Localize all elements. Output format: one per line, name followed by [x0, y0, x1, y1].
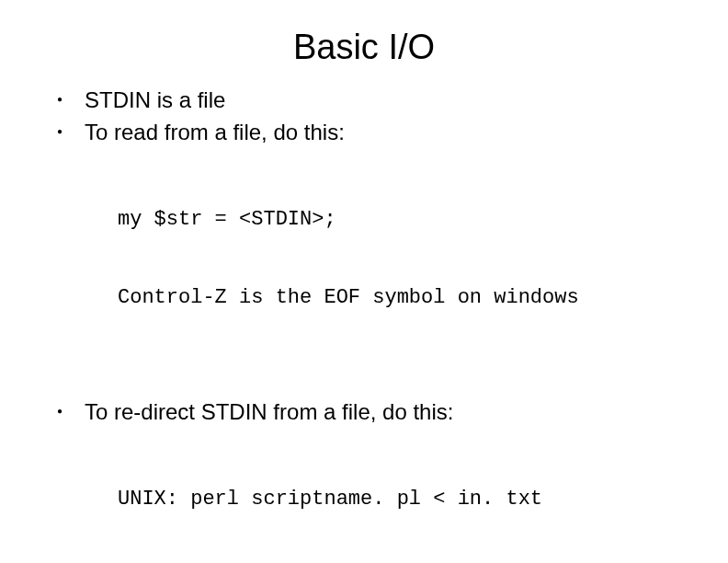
- bullet-item: To read from a file, do this:: [85, 118, 691, 146]
- code-line: Control-Z is the EOF symbol on windows: [118, 285, 691, 312]
- code-line: my $str = <STDIN>;: [118, 207, 691, 234]
- bullet-list: STDIN is a file To read from a file, do …: [37, 86, 691, 146]
- bullet-item: STDIN is a file: [85, 86, 691, 114]
- code-block: UNIX: perl scriptname. pl < in. txt Win:…: [118, 433, 691, 563]
- slide-title: Basic I/O: [37, 28, 691, 67]
- code-block: my $str = <STDIN>; Control-Z is the EOF …: [118, 154, 691, 364]
- code-line: UNIX: perl scriptname. pl < in. txt: [118, 487, 691, 513]
- bullet-list: To re-direct STDIN from a file, do this:: [37, 397, 691, 426]
- slide: Basic I/O STDIN is a file To read from a…: [0, 0, 728, 563]
- bullet-item: To re-direct STDIN from a file, do this:: [85, 397, 691, 426]
